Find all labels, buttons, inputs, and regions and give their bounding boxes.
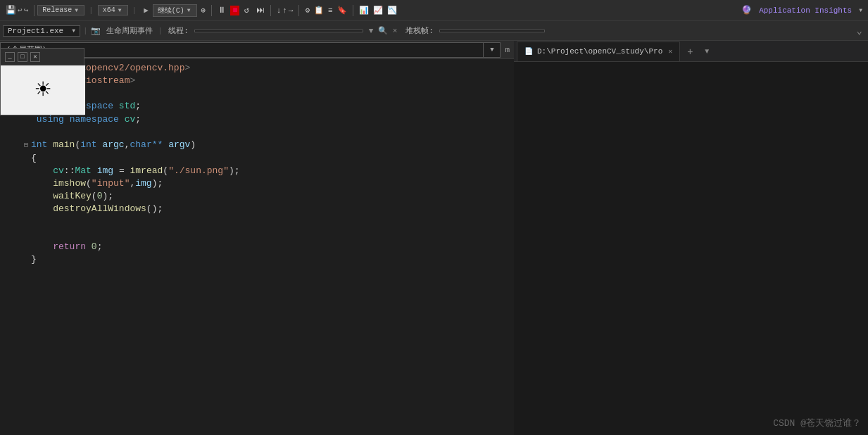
- release-label: Release: [42, 6, 72, 14]
- code-line-10: imshow("input",img);: [0, 177, 514, 190]
- sep2: [211, 5, 212, 16]
- tab-close-button[interactable]: ✕: [668, 47, 672, 56]
- scope-dropdown-right[interactable]: ▼: [484, 42, 501, 58]
- main-toolbar: 💾 ↩ ↪ Release ▼ | x64 ▼ | ▶ 继续(C) ▼ ⊕ ⏸ …: [0, 0, 868, 21]
- arch-label: x64: [103, 6, 115, 14]
- play-icon[interactable]: ▶: [141, 4, 151, 16]
- code-line-8: {: [0, 152, 514, 165]
- target-icon: ⊕: [201, 6, 206, 15]
- debug-toolbar: Project1.exe ▼ | 📷 生命周期事件 | 线程: ▼ 🔍 × 堆栈…: [0, 21, 868, 41]
- restart-icon[interactable]: ↺: [241, 4, 251, 17]
- float-image-content: ☀️: [1, 65, 85, 115]
- float-restore-button[interactable]: □: [18, 52, 27, 62]
- float-titlebar: _ □ ✕: [1, 49, 84, 65]
- sep3: [270, 5, 271, 16]
- diag2-icon: 📈: [373, 6, 383, 15]
- step3-icon[interactable]: →: [289, 6, 294, 15]
- sep-icon1: |: [83, 27, 88, 35]
- app-insights-label[interactable]: Application Insights: [756, 5, 855, 16]
- file-icon: 📄: [524, 47, 533, 56]
- right-tab-project[interactable]: 📄 D:\Project\openCV_study\Pro ✕: [517, 42, 680, 61]
- sep4: [298, 5, 299, 16]
- redo-icon: ↪: [24, 6, 29, 15]
- diag1-icon: 📊: [359, 6, 369, 15]
- scope-label-m: m: [501, 46, 514, 54]
- thread-dropdown[interactable]: [194, 30, 363, 32]
- sep-bar: |: [86, 5, 96, 16]
- float-minimize-button[interactable]: _: [5, 52, 15, 62]
- diag3-icon: 📉: [387, 6, 397, 15]
- thread-label: 线程:: [165, 25, 191, 37]
- release-arrow-icon: ▼: [75, 7, 78, 13]
- lifecycle-label: 生命周期事件: [103, 25, 156, 37]
- filter-icons: ▼ 🔍 ×: [366, 26, 400, 35]
- callstack-label: 堆栈帧:: [403, 25, 436, 37]
- code-line-14: [0, 228, 514, 241]
- process-dropdown[interactable]: Project1.exe ▼: [3, 25, 80, 37]
- step2-icon[interactable]: ↑: [282, 6, 287, 15]
- tab-dropdown-button[interactable]: ▼: [700, 44, 714, 59]
- sep-icon2: |: [158, 27, 163, 35]
- misc3-icon: ≡: [328, 6, 333, 15]
- sep-bar2: |: [130, 5, 140, 16]
- watermark-text: CSDN @苍天饶过谁？: [773, 418, 861, 429]
- save-icon: 💾: [6, 5, 16, 15]
- arch-arrow-icon: ▼: [118, 7, 122, 13]
- debug-icons: ⊕: [199, 4, 209, 16]
- sep1: [34, 5, 34, 16]
- float-preview-window[interactable]: _ □ ✕ ☀️: [0, 48, 84, 115]
- sun-image: ☀️: [35, 75, 51, 106]
- continue-dropdown[interactable]: 继续(C) ▼: [153, 4, 197, 17]
- camera-icon: 📷: [91, 26, 101, 35]
- toolbar-icon-group1: 💾 ↩ ↪: [3, 4, 31, 17]
- diag-icons: 📊 📈 📉: [356, 4, 400, 16]
- code-line-13: [0, 215, 514, 228]
- code-line-16: }: [0, 253, 514, 266]
- release-dropdown[interactable]: Release ▼: [37, 5, 84, 15]
- right-tab-label: D:\Project\openCV_study\Pro: [537, 47, 662, 56]
- tab-add-button[interactable]: +: [681, 44, 698, 59]
- scope-arrow-icon: ▼: [490, 46, 493, 53]
- app-insights-arrow-icon[interactable]: ▼: [856, 7, 865, 13]
- float-close-button[interactable]: ✕: [30, 52, 40, 62]
- undo-icon: ↩: [18, 6, 23, 15]
- misc2-icon: 📋: [314, 6, 324, 15]
- app-insights-icon: 🔮: [738, 4, 755, 17]
- code-line-6: [0, 126, 514, 139]
- continue-label: 继续(C): [158, 6, 184, 15]
- process-arrow-icon: ▼: [72, 27, 75, 34]
- code-line-7: ⊟ int main(int argc,char** argv): [0, 139, 514, 152]
- code-line-15: return 0;: [0, 241, 514, 253]
- right-content: [514, 62, 868, 435]
- code-line-12: destroyAllWindows();: [0, 203, 514, 215]
- step1-icon[interactable]: ↓: [277, 6, 282, 15]
- stepover-icon[interactable]: ⏭: [253, 4, 268, 17]
- misc1-icon: ⚙: [305, 6, 310, 15]
- code-content[interactable]: #include <opencv2/opencv.hpp> #include <…: [0, 59, 514, 435]
- continue-arrow-icon: ▼: [187, 7, 191, 13]
- watermark: CSDN @苍天饶过谁？: [773, 417, 861, 429]
- code-line-11: waitKey(0);: [0, 190, 514, 203]
- pause-icon[interactable]: ⏸: [215, 4, 229, 17]
- misc4-icon: 🔖: [337, 6, 347, 15]
- stop-icon[interactable]: ■: [230, 6, 239, 15]
- right-tabs: 📄 D:\Project\openCV_study\Pro ✕ + ▼: [514, 41, 868, 62]
- misc-icons: ⚙ 📋 ≡ 🔖: [302, 4, 349, 16]
- right-panel: 📄 D:\Project\openCV_study\Pro ✕ + ▼: [514, 41, 868, 435]
- step-icons: ↓ ↑ →: [274, 5, 296, 16]
- callstack-filter[interactable]: [439, 30, 545, 32]
- code-line-9: cv::Mat img = imread("./sun.png");: [0, 165, 514, 177]
- sep5: [353, 5, 353, 16]
- arch-dropdown[interactable]: x64 ▼: [98, 5, 128, 15]
- process-label: Project1.exe: [8, 27, 63, 35]
- expand-icon[interactable]: ⌄: [854, 25, 865, 37]
- main-area: (全局范围) ▼ m #include <opencv2/opencv.hpp>…: [0, 41, 868, 435]
